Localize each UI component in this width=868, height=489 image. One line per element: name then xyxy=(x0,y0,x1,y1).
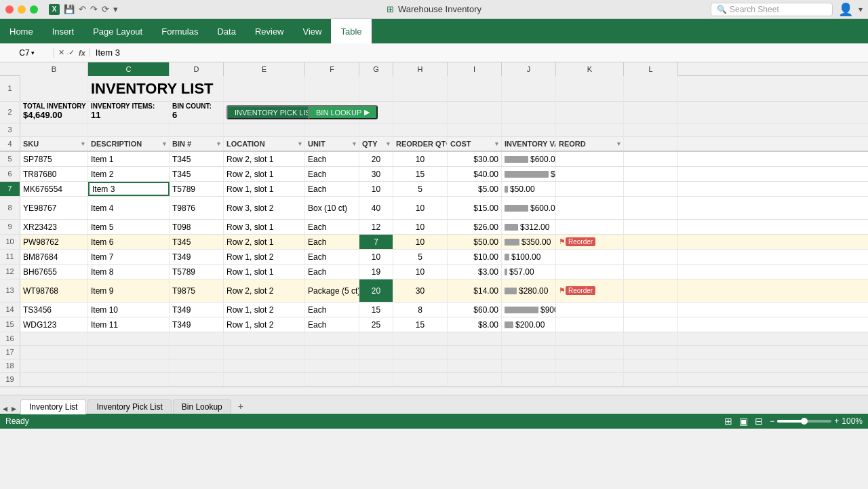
header-location[interactable]: LOCATION ▾ xyxy=(224,137,305,151)
cell-invvalue-11[interactable]: $100.00 xyxy=(502,250,556,264)
undo-icon[interactable]: ↶ xyxy=(79,4,86,14)
cell-desc-9[interactable]: Item 5 xyxy=(88,220,170,234)
row-num-2[interactable]: 2 xyxy=(0,102,20,123)
cell-h1[interactable] xyxy=(393,76,448,101)
sort-unit-icon[interactable]: ▾ xyxy=(353,140,356,147)
sort-reorder-icon[interactable]: ▾ xyxy=(617,140,620,147)
cell-l2[interactable] xyxy=(624,102,678,123)
header-reorder[interactable]: REORD ▾ xyxy=(556,137,624,151)
cell-reorder-11[interactable] xyxy=(556,250,624,264)
account-icon[interactable]: 👤 xyxy=(838,2,853,17)
col-header-j[interactable]: J xyxy=(502,62,556,76)
fx-icon[interactable]: fx xyxy=(79,49,85,57)
cell-g1[interactable] xyxy=(359,76,393,101)
cell-g3[interactable] xyxy=(359,123,393,136)
sort-qty-icon[interactable]: ▾ xyxy=(387,140,390,147)
cell-k2[interactable] xyxy=(556,102,624,123)
cell-rqty-14[interactable]: 8 xyxy=(393,302,448,317)
cell-qty-15[interactable]: 25 xyxy=(359,317,393,332)
cell-rqty-5[interactable]: 10 xyxy=(393,152,448,166)
cell-invvalue-14[interactable]: $900.00 xyxy=(502,302,556,317)
cell-location-8[interactable]: Row 3, slot 2 xyxy=(224,197,305,219)
row-num-10[interactable]: 10 xyxy=(0,235,20,249)
maximize-button[interactable] xyxy=(30,5,38,14)
cell-cost-10[interactable]: $50.00 xyxy=(448,235,502,249)
cell-qty-9[interactable]: 12 xyxy=(359,220,393,234)
search-sheet-input[interactable]: 🔍 Search Sheet xyxy=(711,3,833,16)
cell-desc-6[interactable]: Item 2 xyxy=(88,167,170,181)
tab-data[interactable]: Data xyxy=(208,19,245,43)
row-num-6[interactable]: 6 xyxy=(0,167,20,181)
tab-nav-right[interactable]: ▸ xyxy=(12,403,16,414)
cell-cost-6[interactable]: $40.00 xyxy=(448,167,502,181)
row-num-12[interactable]: 12 xyxy=(0,265,20,279)
cell-location-7[interactable]: Row 1, slot 1 xyxy=(224,182,305,196)
close-button[interactable] xyxy=(5,5,14,14)
cell-j3[interactable] xyxy=(502,123,556,136)
tab-review[interactable]: Review xyxy=(245,19,294,43)
cell-rqty-8[interactable]: 10 xyxy=(393,197,448,219)
cell-cost-12[interactable]: $3.00 xyxy=(448,265,502,279)
add-sheet-button[interactable]: + xyxy=(233,399,249,414)
cell-cost-11[interactable]: $10.00 xyxy=(448,250,502,264)
cell-reorder-6[interactable] xyxy=(556,167,624,181)
header-reorder-qty[interactable]: REORDER QT ▾ xyxy=(393,137,448,151)
cell-i3[interactable] xyxy=(448,123,502,136)
col-header-h[interactable]: H xyxy=(393,62,448,76)
grid-view-icon[interactable]: ⊞ xyxy=(724,416,732,427)
cell-d1[interactable] xyxy=(170,76,224,101)
header-description[interactable]: DESCRIPTION ▾ xyxy=(88,137,170,151)
cell-extra-12[interactable] xyxy=(624,265,678,279)
cell-unit-5[interactable]: Each xyxy=(305,152,359,166)
cell-i2[interactable] xyxy=(448,102,502,123)
cell-unit-6[interactable]: Each xyxy=(305,167,359,181)
cancel-icon[interactable]: ✕ xyxy=(58,48,64,57)
cell-j2[interactable] xyxy=(502,102,556,123)
cell-c1[interactable]: INVENTORY LIST xyxy=(88,76,170,101)
cell-qty-8[interactable]: 40 xyxy=(359,197,393,219)
cell-invvalue-5[interactable]: $600.00 xyxy=(502,152,556,166)
minimize-button[interactable] xyxy=(18,5,26,14)
cell-unit-10[interactable]: Each xyxy=(305,235,359,249)
cell-i1[interactable] xyxy=(448,76,502,101)
cell-reorder-13[interactable]: ⚑Reorder xyxy=(556,279,624,302)
cell-sku-5[interactable]: SP7875 xyxy=(20,152,88,166)
col-header-b[interactable]: B xyxy=(20,62,88,76)
cell-d3[interactable] xyxy=(170,123,224,136)
sort-loc-icon[interactable]: ▾ xyxy=(298,140,302,147)
cell-ref-dropdown-icon[interactable]: ▾ xyxy=(31,50,35,56)
cell-location-13[interactable]: Row 2, slot 2 xyxy=(224,279,305,302)
cell-desc-15[interactable]: Item 11 xyxy=(88,317,170,332)
cell-bin-12[interactable]: T5789 xyxy=(170,265,224,279)
cell-reorder-10[interactable]: ⚑Reorder xyxy=(556,235,624,249)
row-num-15[interactable]: 15 xyxy=(0,317,20,332)
col-header-f[interactable]: F xyxy=(305,62,359,76)
cell-cost-15[interactable]: $8.00 xyxy=(448,317,502,332)
cell-bin-7[interactable]: T5789 xyxy=(170,182,224,196)
formula-input[interactable] xyxy=(90,47,868,58)
cell-bin-5[interactable]: T345 xyxy=(170,152,224,166)
save-icon[interactable]: 💾 xyxy=(64,4,75,14)
cell-cost-9[interactable]: $26.00 xyxy=(448,220,502,234)
cell-unit-7[interactable]: Each xyxy=(305,182,359,196)
cell-cost-7[interactable]: $5.00 xyxy=(448,182,502,196)
cell-rqty-11[interactable]: 5 xyxy=(393,250,448,264)
cell-location-5[interactable]: Row 2, slot 1 xyxy=(224,152,305,166)
cell-c3[interactable] xyxy=(88,123,170,136)
sort-bin-icon[interactable]: ▾ xyxy=(217,140,220,147)
cell-j1[interactable] xyxy=(502,76,556,101)
cell-sku-7[interactable]: MK676554 xyxy=(20,182,88,196)
cell-e1[interactable] xyxy=(224,76,305,101)
cell-rqty-9[interactable]: 10 xyxy=(393,220,448,234)
cell-invvalue-12[interactable]: $57.00 xyxy=(502,265,556,279)
cell-desc-10[interactable]: Item 6 xyxy=(88,235,170,249)
cell-sku-14[interactable]: TS3456 xyxy=(20,302,88,317)
cell-rqty-7[interactable]: 5 xyxy=(393,182,448,196)
row-num-14[interactable]: 14 xyxy=(0,302,20,317)
cell-reorder-5[interactable] xyxy=(556,152,624,166)
cell-bin-10[interactable]: T345 xyxy=(170,235,224,249)
col-header-l[interactable]: L xyxy=(624,62,678,76)
cell-e3[interactable] xyxy=(224,123,305,136)
cell-cost-5[interactable]: $30.00 xyxy=(448,152,502,166)
confirm-icon[interactable]: ✓ xyxy=(68,48,75,57)
